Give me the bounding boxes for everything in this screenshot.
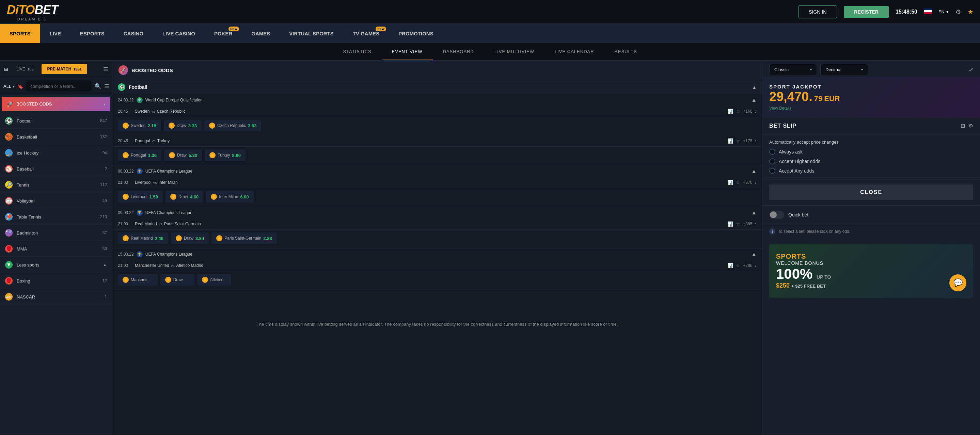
radio-any-odds[interactable]: Accept Any odds <box>769 168 973 174</box>
sidebar-item-nascar[interactable]: 🏎 NASCAR 1 <box>0 289 112 305</box>
copy-icon[interactable]: ⊞ <box>961 122 965 129</box>
language-selector[interactable]: EN ▾ <box>939 9 949 14</box>
odds-coin-icon: ⚡ <box>165 277 171 283</box>
sidebar-item-tennis[interactable]: 🎾 Tennis 112 <box>0 177 112 193</box>
star-icon[interactable]: ★ <box>968 8 973 16</box>
sidebar-tab-live[interactable]: LIVE 103 <box>11 64 39 74</box>
football-section-header[interactable]: ⚽ Football ▲ <box>112 80 762 94</box>
settings-icon[interactable]: ⚙ <box>956 8 961 16</box>
sidebar-item-boxing[interactable]: 🥊 Boxing 12 <box>0 273 112 289</box>
search-input[interactable] <box>26 81 92 92</box>
sidebar-item-baseball[interactable]: ⚾ Baseball 2 <box>0 161 112 177</box>
radio-higher-odds[interactable]: Accept Higher odds <box>769 158 973 164</box>
odds-button[interactable]: ⚡ Liverpool 1.58 <box>118 191 163 203</box>
nav-esports[interactable]: ESPORTS <box>70 24 114 43</box>
odds-button[interactable]: ⚡ Sweden 2.18 <box>118 120 161 132</box>
favorite-icon[interactable]: ☆ <box>736 221 740 227</box>
welcome-bonus-banner[interactable]: SPORTS WELCOME BONUS 100% UP TO $250 + $… <box>769 244 973 298</box>
odds-button[interactable]: ⚡ Czech Republic 3.63 <box>204 120 261 132</box>
favorite-icon[interactable]: ☆ <box>736 109 740 114</box>
sidebar-boosted-odds[interactable]: 🚀 BOOSTED ODDS › <box>2 97 110 111</box>
radio-always-ask[interactable]: Always ask <box>769 149 973 155</box>
odds-button[interactable]: ⚡ Portugal 1.36 <box>118 149 161 161</box>
tab-statistics[interactable]: STATISTICS <box>332 44 381 60</box>
sidebar-item-table-tennis[interactable]: 🏓 Table Tennis 210 <box>0 209 112 225</box>
list-icon[interactable]: ☰ <box>103 66 108 73</box>
stats-icon[interactable]: 📊 <box>727 221 733 227</box>
collapse-section-icon[interactable]: ▲ <box>751 97 757 103</box>
nav-sports[interactable]: SPORTS <box>0 24 40 43</box>
sport-name: Boxing <box>17 278 102 284</box>
odds-button[interactable]: ⚡ Turkey 8.90 <box>205 149 245 161</box>
arrow-right-icon[interactable]: › <box>755 263 757 268</box>
filter-button[interactable]: ☰ <box>104 83 109 89</box>
decimal-dropdown[interactable]: Decimal ▾ <box>820 64 868 75</box>
view-details-link[interactable]: View Details <box>769 106 973 111</box>
odds-button[interactable]: ⚡ Draw 3.84 <box>171 232 209 244</box>
nav-casino[interactable]: CASINO <box>114 24 153 43</box>
stats-icon[interactable]: 📊 <box>727 180 733 185</box>
tab-event-view[interactable]: EVENT VIEW <box>382 44 433 60</box>
stats-icon[interactable]: 📊 <box>727 138 733 144</box>
odds-button[interactable]: ⚡ Draw <box>161 274 194 286</box>
quick-bet-toggle[interactable] <box>769 211 784 219</box>
classic-dropdown[interactable]: Classic ▾ <box>769 64 817 75</box>
collapse-section-icon[interactable]: ▲ <box>751 210 757 216</box>
nav-virtual-sports[interactable]: VIRTUAL SPORTS <box>280 24 343 43</box>
chat-button[interactable]: 💬 <box>949 274 966 291</box>
arrow-right-icon[interactable]: › <box>755 109 757 114</box>
sport-count: 36 <box>102 246 107 251</box>
nav-promotions[interactable]: PROMOTIONS <box>389 24 443 43</box>
sidebar-item-volleyball[interactable]: 🏐 Volleyball 45 <box>0 193 112 209</box>
arrow-right-icon[interactable]: › <box>755 138 757 144</box>
odds-button[interactable]: ⚡ Manches... <box>118 274 158 286</box>
sidebar-item-football[interactable]: ⚽ Football 847 <box>0 113 112 129</box>
collapse-section-icon[interactable]: ▲ <box>751 168 757 174</box>
favorite-icon[interactable]: ☆ <box>736 138 740 144</box>
sidebar-item-ice-hockey[interactable]: 🏒 Ice Hockey 94 <box>0 145 112 161</box>
tab-dashboard[interactable]: DASHBOARD <box>433 44 484 60</box>
register-button[interactable]: REGISTER <box>844 6 889 18</box>
odds-button[interactable]: ⚡ Draw 5.30 <box>164 149 202 161</box>
arrow-right-icon[interactable]: › <box>755 180 757 185</box>
sidebar-tab-prematch[interactable]: PRE-MATCH 1951 <box>41 64 87 74</box>
more-odds[interactable]: +286 <box>743 263 752 268</box>
nav-live-casino[interactable]: LIVE CASINO <box>153 24 205 43</box>
stats-icon[interactable]: 📊 <box>727 263 733 268</box>
sidebar-item-basketball[interactable]: 🏀 Basketball 132 <box>0 129 112 145</box>
more-odds[interactable]: +376 <box>743 180 752 185</box>
nav-tv-games[interactable]: TV GAMES NEW <box>343 24 389 43</box>
more-odds[interactable]: +166 <box>743 109 752 114</box>
tab-live-calendar[interactable]: LIVE CALENDAR <box>544 44 605 60</box>
odds-button[interactable]: ⚡ Atletico <box>197 274 231 286</box>
odds-button[interactable]: ⚡ Draw 3.33 <box>164 120 202 132</box>
collapse-football-icon[interactable]: ▲ <box>752 84 757 90</box>
tab-results[interactable]: RESULTS <box>605 44 648 60</box>
collapse-section-icon[interactable]: ▲ <box>751 251 757 257</box>
stats-icon[interactable]: 📊 <box>727 109 733 114</box>
odds-button[interactable]: ⚡ Paris Saint-Germain 2.83 <box>212 232 277 244</box>
sidebar-item-badminton[interactable]: 🏸 Badminton 37 <box>0 225 112 241</box>
favorite-icon[interactable]: ☆ <box>736 180 740 185</box>
nav-games[interactable]: GAMES <box>242 24 280 43</box>
sign-in-button[interactable]: SIGN IN <box>798 5 837 18</box>
search-button[interactable]: 🔍 <box>95 83 102 89</box>
all-sports-toggle[interactable]: ALL ▾ <box>3 84 14 89</box>
chevron-right-icon: › <box>103 102 105 107</box>
favorite-icon[interactable]: ☆ <box>736 263 740 268</box>
bookmark-icon[interactable]: 🔖 <box>18 84 23 89</box>
odds-button[interactable]: ⚡ Real Madrid 2.46 <box>118 232 168 244</box>
odds-button[interactable]: ⚡ Inter Milan 6.00 <box>206 191 253 203</box>
sidebar-item-mma[interactable]: 🥊 MMA 36 <box>0 241 112 257</box>
nav-poker[interactable]: POKER NEW <box>205 24 242 43</box>
expand-icon[interactable]: ⤢ <box>969 67 973 73</box>
odds-button[interactable]: ⚡ Draw 4.60 <box>165 191 203 203</box>
sidebar-item-less-sports[interactable]: ▼ Less sports ▲ <box>0 257 112 273</box>
tab-live-multiview[interactable]: LIVE MULTIVIEW <box>484 44 544 60</box>
arrow-right-icon[interactable]: › <box>755 221 757 227</box>
more-odds[interactable]: +175 <box>743 138 752 143</box>
gear-icon[interactable]: ⚙ <box>969 122 973 129</box>
close-button[interactable]: CLOSE <box>769 184 973 200</box>
nav-live[interactable]: LIVE <box>40 24 70 43</box>
more-odds[interactable]: +385 <box>743 222 752 226</box>
